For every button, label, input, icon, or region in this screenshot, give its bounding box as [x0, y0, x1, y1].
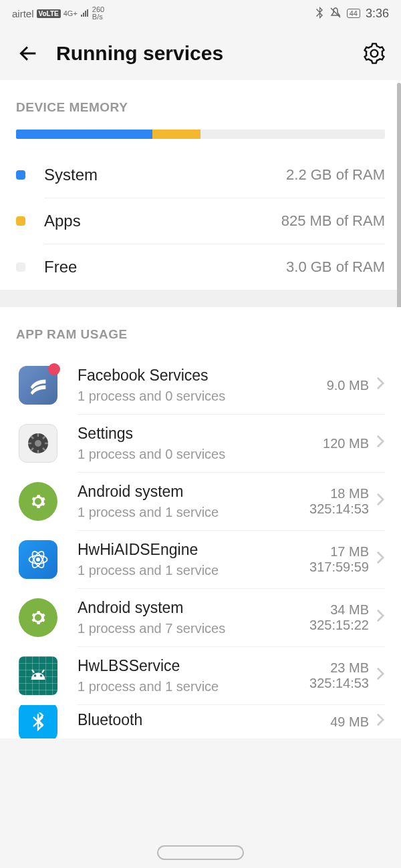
- app-info: Bluetooth: [78, 711, 330, 733]
- svg-point-14: [34, 674, 37, 677]
- app-time: 325:14:53: [309, 501, 369, 517]
- notification-badge: [48, 363, 60, 375]
- legend-dot: [16, 170, 25, 180]
- app-info: Settings 1 process and 0 services: [78, 425, 323, 462]
- status-right: 44 3:36: [315, 7, 389, 21]
- network-gen: 4G+: [63, 9, 78, 17]
- mute-icon: [329, 7, 342, 21]
- app-icon: [19, 598, 57, 637]
- app-size: 17 MB: [309, 544, 369, 560]
- chevron-right-icon: [376, 376, 385, 395]
- page-title: Running services: [56, 42, 362, 65]
- app-icon: [19, 656, 57, 695]
- app-meta: 23 MB 325:14:53: [309, 660, 369, 691]
- app-meta: 17 MB 317:59:59: [309, 544, 369, 575]
- svg-line-17: [42, 670, 44, 673]
- app-name: Settings: [78, 425, 323, 443]
- app-size: 23 MB: [309, 660, 369, 676]
- data-rate: 260 B/s: [92, 6, 104, 21]
- app-usage-section: APP RAM USAGE Facebook Services 1 proces…: [0, 307, 401, 738]
- app-name: HwLBSService: [78, 657, 309, 675]
- app-subtitle: 1 process and 1 service: [78, 563, 309, 578]
- settings-button[interactable]: [362, 41, 386, 65]
- app-subtitle: 1 process and 0 services: [78, 447, 323, 462]
- app-time: 325:15:22: [309, 618, 369, 633]
- chevron-right-icon: [376, 608, 385, 627]
- chevron-right-icon: [376, 434, 385, 453]
- app-row[interactable]: Android system 1 process and 7 services …: [0, 589, 401, 646]
- app-row[interactable]: Settings 1 process and 0 services 120 MB: [0, 415, 401, 472]
- app-row[interactable]: HwLBSService 1 process and 1 service 23 …: [0, 647, 401, 704]
- app-meta: 34 MB 325:15:22: [309, 602, 369, 633]
- app-subtitle: 1 process and 1 service: [78, 679, 309, 694]
- app-name: Android system: [78, 483, 309, 501]
- memory-label: Free: [44, 258, 286, 276]
- memory-value: 2.2 GB of RAM: [286, 166, 385, 184]
- memory-bar: [16, 130, 385, 139]
- nav-pill[interactable]: [157, 845, 244, 860]
- app-icon: [19, 366, 57, 405]
- status-bar: airtel VoLTE 4G+ 260 B/s 44 3:36: [0, 0, 401, 27]
- status-left: airtel VoLTE 4G+ 260 B/s: [12, 6, 104, 21]
- carrier-label: airtel: [12, 8, 34, 19]
- memory-row-system: System 2.2 GB of RAM: [0, 152, 401, 198]
- chevron-right-icon: [376, 666, 385, 685]
- back-button[interactable]: [15, 40, 41, 67]
- app-icon: [19, 424, 57, 463]
- app-meta: 18 MB 325:14:53: [309, 486, 369, 517]
- app-info: HwHiAIDSEngine 1 process and 1 service: [78, 541, 309, 578]
- app-meta: 49 MB: [330, 714, 369, 730]
- memory-row-free: Free 3.0 GB of RAM: [0, 244, 401, 290]
- app-icon: [19, 540, 57, 579]
- memory-row-apps: Apps 825 MB of RAM: [0, 198, 401, 244]
- app-name: Facebook Services: [78, 367, 327, 385]
- app-info: HwLBSService 1 process and 1 service: [78, 657, 309, 694]
- app-subtitle: 1 process and 1 service: [78, 505, 309, 520]
- app-row[interactable]: Android system 1 process and 1 service 1…: [0, 473, 401, 530]
- app-size: 49 MB: [330, 714, 369, 730]
- app-time: 317:59:59: [309, 560, 369, 575]
- memory-value: 825 MB of RAM: [281, 212, 385, 230]
- app-meta: 9.0 MB: [327, 378, 369, 393]
- app-size: 18 MB: [309, 486, 369, 501]
- svg-point-13: [36, 558, 40, 562]
- app-row[interactable]: Bluetooth 49 MB: [0, 705, 401, 738]
- app-time: 325:14:53: [309, 676, 369, 691]
- app-icon: [19, 482, 57, 521]
- memory-bar-system: [16, 130, 152, 139]
- bluetooth-icon: [315, 7, 324, 21]
- memory-value: 3.0 GB of RAM: [286, 258, 385, 276]
- app-size: 9.0 MB: [327, 378, 369, 393]
- app-size: 120 MB: [323, 436, 369, 451]
- clock: 3:36: [366, 7, 389, 21]
- app-subtitle: 1 process and 0 services: [78, 389, 327, 404]
- memory-bar-apps: [152, 130, 200, 139]
- memory-label: Apps: [44, 212, 281, 230]
- app-row[interactable]: HwHiAIDSEngine 1 process and 1 service 1…: [0, 531, 401, 588]
- app-info: Android system 1 process and 7 services: [78, 599, 309, 636]
- app-size: 34 MB: [309, 602, 369, 618]
- volte-badge: VoLTE: [37, 9, 61, 18]
- chevron-right-icon: [376, 550, 385, 569]
- app-info: Facebook Services 1 process and 0 servic…: [78, 367, 327, 404]
- svg-point-15: [40, 674, 43, 677]
- app-subtitle: 1 process and 7 services: [78, 621, 309, 636]
- app-name: Bluetooth: [78, 711, 330, 729]
- app-row[interactable]: Facebook Services 1 process and 0 servic…: [0, 357, 401, 414]
- app-info: Android system 1 process and 1 service: [78, 483, 309, 520]
- app-name: Android system: [78, 599, 309, 617]
- section-device-memory: DEVICE MEMORY: [0, 80, 401, 130]
- legend-dot: [16, 262, 25, 272]
- legend-dot: [16, 216, 25, 226]
- svg-point-1: [35, 440, 41, 447]
- app-bar: Running services: [0, 27, 401, 80]
- chevron-right-icon: [376, 492, 385, 511]
- app-name: HwHiAIDSEngine: [78, 541, 309, 559]
- chevron-right-icon: [376, 712, 385, 731]
- section-gap: [0, 290, 401, 307]
- content: DEVICE MEMORY System 2.2 GB of RAM Apps …: [0, 80, 401, 290]
- signal-icon: [80, 8, 90, 19]
- battery-indicator: 44: [347, 9, 360, 18]
- app-meta: 120 MB: [323, 436, 369, 451]
- section-app-ram: APP RAM USAGE: [0, 307, 401, 357]
